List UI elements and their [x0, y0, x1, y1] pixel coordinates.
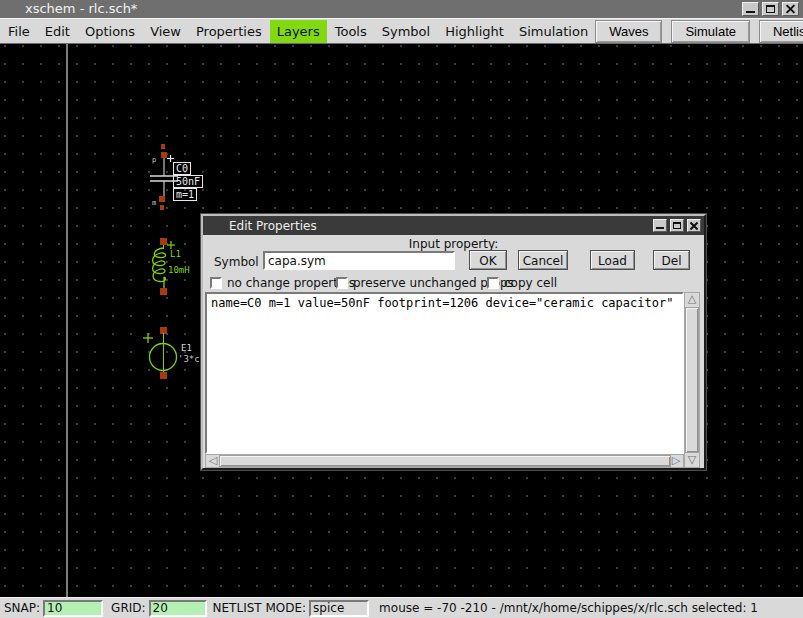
- capacitor-pin-top[interactable]: [161, 152, 167, 158]
- dialog-maximize-button[interactable]: [670, 219, 684, 232]
- dialog-minimize-button[interactable]: [653, 219, 667, 232]
- property-textarea[interactable]: name=C0 m=1 value=50nF footprint=1206 de…: [205, 292, 684, 454]
- source-pin-bottom[interactable]: [160, 372, 167, 379]
- dialog-body: Input property: Symbol OK Cancel Load De…: [203, 235, 704, 468]
- window-titlebar[interactable]: xschem - rlc.sch*: [0, 0, 803, 18]
- inductor-value-label[interactable]: 10mH: [168, 265, 190, 275]
- menu-properties[interactable]: Properties: [189, 20, 269, 43]
- scroll-right-icon[interactable]: ▷: [669, 455, 683, 468]
- maximize-icon: [766, 5, 775, 13]
- netlist-mode-input[interactable]: [309, 600, 369, 617]
- maximize-button[interactable]: [762, 2, 779, 16]
- snap-input[interactable]: [43, 600, 103, 617]
- grid-input[interactable]: [149, 600, 207, 617]
- menu-symbol[interactable]: Symbol: [375, 20, 437, 43]
- source-value-label[interactable]: '3*c: [178, 354, 200, 364]
- symbol-label: Symbol: [214, 255, 259, 269]
- netlist-button[interactable]: Netlist: [759, 20, 803, 43]
- input-property-label: Input property:: [203, 237, 704, 251]
- menu-view[interactable]: View: [143, 20, 188, 43]
- scroll-up-icon[interactable]: △: [685, 293, 699, 306]
- capacitor-value-label[interactable]: 50nF: [173, 175, 203, 188]
- menu-simulation[interactable]: Simulation: [512, 20, 595, 43]
- inductor-pin-top[interactable]: [160, 238, 167, 245]
- dialog-titlebar[interactable]: Edit Properties: [203, 216, 704, 235]
- capacitor-name-label[interactable]: C0: [173, 162, 191, 175]
- inductor-instance[interactable]: L1 10mH: [153, 238, 190, 295]
- inductor-pin-bottom[interactable]: [160, 288, 167, 295]
- netlist-mode-label: NETLIST MODE:: [213, 601, 307, 615]
- status-info: mouse = -70 -210 - /mnt/x/home/schippes/…: [379, 601, 758, 615]
- menu-layers[interactable]: Layers: [270, 20, 327, 43]
- checkbox-row: no change properties preserve unchanged …: [203, 276, 704, 290]
- menu-highlight[interactable]: Highlight: [438, 20, 511, 43]
- dialog-close-button[interactable]: [687, 219, 701, 232]
- menu-file[interactable]: File: [1, 20, 37, 43]
- del-button[interactable]: Del: [653, 250, 690, 270]
- statusbar: SNAP: GRID: NETLIST MODE: mouse = -70 -2…: [0, 597, 803, 618]
- minimize-button[interactable]: [742, 2, 759, 16]
- cancel-button[interactable]: Cancel: [518, 250, 568, 270]
- menu-tools[interactable]: Tools: [328, 20, 374, 43]
- scroll-down-icon[interactable]: ▽: [685, 454, 699, 467]
- inductor-coil: [153, 248, 166, 288]
- edit-properties-dialog: Edit Properties Input property: Symbol O…: [201, 214, 706, 470]
- close-button[interactable]: [782, 2, 799, 16]
- load-button[interactable]: Load: [590, 250, 635, 270]
- minimize-icon: [746, 11, 755, 13]
- waves-button[interactable]: Waves: [595, 20, 662, 43]
- horizontal-scroll-thumb[interactable]: [219, 455, 671, 467]
- capacitor-pin-top-label: p: [152, 156, 156, 164]
- symbol-input[interactable]: [263, 251, 455, 270]
- copy-cell-label: copy cell: [504, 276, 557, 290]
- menubar: File Edit Options View Properties Layers…: [0, 18, 803, 44]
- dialog-controls: [653, 219, 701, 232]
- dialog-title: Edit Properties: [229, 219, 317, 233]
- capacitor-mult-label[interactable]: m=1: [173, 188, 197, 201]
- vertical-scrollbar[interactable]: △ ▽: [684, 292, 700, 468]
- window-title: xschem - rlc.sch*: [25, 0, 137, 18]
- capacitor-pin-bottom[interactable]: [159, 196, 165, 202]
- capacitor-pin-bottom-label: m: [152, 199, 156, 207]
- menu-edit[interactable]: Edit: [38, 20, 77, 43]
- maximize-icon: [673, 222, 681, 229]
- minimize-icon: [656, 227, 664, 229]
- source-instance[interactable]: E1 '3*c: [143, 327, 200, 379]
- menu-options[interactable]: Options: [78, 20, 142, 43]
- net-marker: [161, 144, 165, 149]
- simulate-button[interactable]: Simulate: [671, 20, 750, 43]
- net-marker: [160, 205, 164, 210]
- horizontal-scrollbar[interactable]: ◁ ▷: [205, 454, 684, 468]
- snap-label: SNAP:: [4, 601, 40, 615]
- vertical-scroll-thumb[interactable]: [685, 307, 699, 453]
- inductor-name-label[interactable]: L1: [170, 249, 181, 259]
- preserve-unchanged-props-checkbox[interactable]: [336, 277, 348, 289]
- source-name-label[interactable]: E1: [181, 343, 192, 353]
- window-controls: [742, 2, 799, 16]
- copy-cell-checkbox[interactable]: [487, 277, 499, 289]
- ok-button[interactable]: OK: [469, 250, 507, 270]
- source-pin-top[interactable]: [160, 327, 167, 334]
- xschem-window: xschem - rlc.sch* File Edit Options View…: [0, 0, 803, 618]
- no-change-properties-checkbox[interactable]: [210, 277, 222, 289]
- grid-label: GRID:: [111, 601, 145, 615]
- scroll-left-icon[interactable]: ◁: [206, 455, 220, 468]
